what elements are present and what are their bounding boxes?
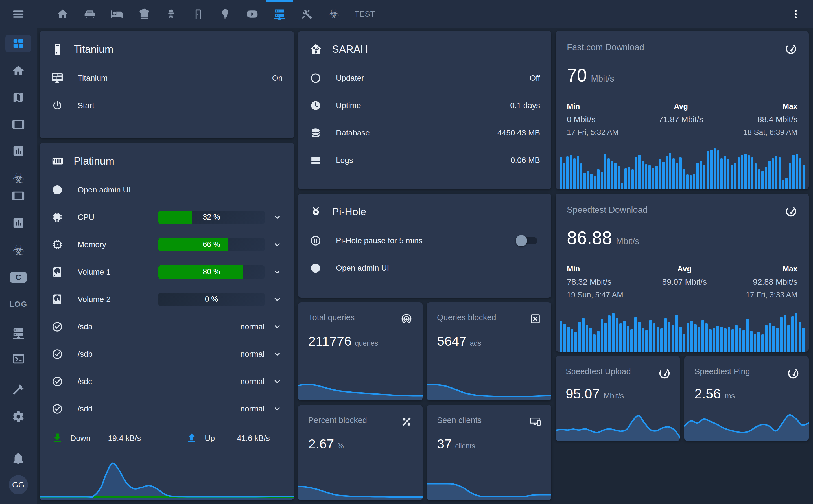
nav-tab-test[interactable]: TEST [354,8,375,20]
entity-row-database[interactable]: Database4450.43 MB [309,119,540,146]
power-icon [51,100,63,111]
bar-history-chart [560,146,805,189]
entity-row-open-admin-ui[interactable]: Open admin UI [309,254,540,282]
percent-icon [400,416,413,428]
stat-card-percent-blocked[interactable]: Percent blocked2.67% [298,405,423,500]
speedometer-icon [785,42,797,55]
sidebar-item-home[interactable] [12,64,25,77]
card-speedtest-ping[interactable]: Speedtest Ping2.56ms [684,356,809,441]
entity-row-start[interactable]: Start [51,92,282,119]
sidebar-item-map[interactable] [12,91,25,104]
nav-tab-youtube[interactable] [246,8,258,20]
sidebar-item-tablet-2[interactable] [12,189,25,202]
card-fastcom-download[interactable]: Fast.com Download70Mbit/sMin0 Mbit/s17 F… [556,31,809,189]
chevron-down-icon[interactable] [272,212,282,223]
nav-tab-sofa[interactable] [84,8,96,20]
entity-row-uptime[interactable]: Uptime0.1 days [309,92,540,119]
sidebar-item-developer-tools[interactable] [12,383,25,396]
stat-card-queries-blocked[interactable]: Queries blocked5647ads [427,302,551,400]
progress-bar: 0 % [158,293,264,306]
card-title: SARAH [332,43,368,55]
sidebar-item-user[interactable]: GG [9,475,28,494]
entity-row-volume-2[interactable]: Volume 20 % [51,286,282,313]
sparkline-chart [556,407,680,441]
card-speedtest-upload[interactable]: Speedtest Upload95.07Mbit/s [556,356,680,441]
speed-value: 86.88 [567,227,612,248]
sidebar-item-biohazard-1[interactable]: ☣ [12,172,24,185]
chevron-down-icon[interactable] [272,404,282,414]
stat-title: Total queries [308,313,354,322]
progress-value: 0 % [158,293,264,306]
sidebar-item-stats-2[interactable] [12,216,25,229]
min-label: Min [567,265,623,273]
stat-value: 211776 [308,333,351,349]
chevron-down-icon[interactable] [272,294,282,305]
nav-tab-server-network[interactable] [273,8,286,20]
check-circle-icon [51,403,63,415]
toggle-switch[interactable] [516,235,540,246]
memory-icon [51,239,63,251]
biohazard-icon: ☣ [12,244,24,257]
entity-row-memory[interactable]: Memory66 % [51,231,282,258]
overflow-menu-button[interactable] [790,8,801,20]
row-label: /sdd [78,404,240,413]
nav-tab-lightbulb[interactable] [219,8,231,20]
entity-row-pi-hole-pause-for-5-mins[interactable]: Pi-Hole pause for 5 mins [309,227,540,254]
min-time: 17 Fri, 5:32 AM [567,128,619,137]
row-value: normal [240,350,264,359]
sidebar-item-biohazard-2[interactable]: ☣ [12,244,24,257]
entity-row-sdb[interactable]: /sdbnormal [51,340,282,368]
harddisk-icon [51,293,63,305]
nav-tab-tools[interactable] [300,8,313,20]
sidebar-item-dashboard[interactable] [5,35,31,52]
card-speedtest-download[interactable]: Speedtest Download86.88Mbit/sMin78.32 Mb… [556,194,809,352]
nav-tab-biohazard[interactable]: ☣ [327,8,340,20]
entity-row-sdc[interactable]: /sdcnormal [51,368,282,395]
raspberry-icon [309,205,322,218]
chevron-down-icon[interactable] [272,376,282,387]
stat-card-seen-clients[interactable]: Seen clients37clients [427,405,551,500]
progress-bar: 80 % [158,265,264,279]
sidebar-item-terminal[interactable] [12,352,25,365]
entity-row-open-admin-ui[interactable]: Open admin UI [51,176,282,203]
row-label: /sdc [78,377,240,386]
sidebar-item-tablet-1[interactable] [12,118,25,131]
sidebar-item-menu[interactable] [12,8,25,21]
entity-row-logs[interactable]: Logs0.06 MB [309,146,540,174]
row-label: Start [78,101,282,110]
entity-row-titanium[interactable]: TitaniumOn [51,64,282,92]
firefox-icon [309,262,322,274]
entity-row-cpu[interactable]: CPU32 % [51,203,282,231]
nav-tab-door[interactable] [192,8,204,20]
entity-row-volume-1[interactable]: Volume 180 % [51,258,282,286]
sidebar-item-notifications[interactable] [12,452,25,465]
sidebar-item-server[interactable] [12,327,25,340]
max-time: 17 Fri, 3:33 AM [746,291,797,299]
entity-row-sda[interactable]: /sdanormal [51,313,282,340]
nav-tab-shower[interactable] [165,8,177,20]
nas-icon [51,155,64,168]
nav-tab-home[interactable] [56,8,69,20]
entity-row-sdd[interactable]: /sddnormal [51,395,282,422]
log-icon: LOG [9,300,28,309]
avatar[interactable]: GG [9,475,28,494]
row-label: Memory [78,240,158,249]
dashboard-content: Titanium TitaniumOnStart Platinum Open a… [37,28,813,504]
entity-row-updater[interactable]: UpdaterOff [309,64,540,92]
stat-unit: % [337,442,343,450]
card-title: Titanium [74,43,113,55]
view-list-icon [309,154,322,166]
nav-tab-bed[interactable] [111,8,123,20]
nav-tab-chef-hat[interactable] [138,8,150,20]
chevron-down-icon[interactable] [272,267,282,277]
sidebar-item-c-badge[interactable]: C [10,272,27,283]
bar-history-chart [560,309,805,352]
chevron-down-icon[interactable] [272,321,282,332]
sidebar-item-stats-1[interactable] [12,145,25,158]
sidebar-item-settings[interactable] [12,410,25,423]
stat-card-total-queries[interactable]: Total queries211776queries [298,302,423,400]
sidebar-item-log[interactable]: LOG [9,300,28,309]
chevron-down-icon[interactable] [272,239,282,250]
chevron-down-icon[interactable] [272,349,282,360]
row-label: Open admin UI [336,264,540,273]
